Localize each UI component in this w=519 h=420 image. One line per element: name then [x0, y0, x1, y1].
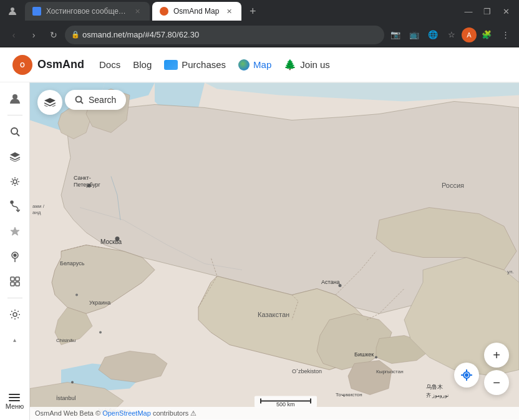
logo[interactable]: O OsmAnd — [12, 55, 84, 75]
svg-text:Астана: Астана — [321, 279, 340, 285]
svg-text:Кыргызстан: Кыргызстан — [376, 369, 404, 374]
cast-icon[interactable]: 📺 — [405, 26, 423, 44]
svg-rect-12 — [11, 282, 14, 286]
svg-text:Бишкек: Бишкек — [354, 351, 374, 358]
nav-links: Docs Blog Purchases Map 🌲 Join us — [99, 59, 330, 71]
attribution-link[interactable]: OpenStreetMap — [102, 409, 151, 417]
tab-active[interactable]: OsmAnd Map ✕ — [152, 2, 241, 21]
tab-close-1[interactable]: ✕ — [132, 6, 142, 16]
attribution-text: OsmAnd Web Beta © — [35, 409, 102, 417]
sidebar-item-settings[interactable] — [4, 303, 26, 326]
svg-point-22 — [71, 381, 74, 384]
menu-button[interactable]: Меню — [3, 391, 27, 413]
close-button[interactable]: ✕ — [498, 3, 514, 19]
browser-chrome: Хостинговое сообщество «Ти» ✕ OsmAnd Map… — [0, 0, 519, 47]
purchases-card-icon — [164, 60, 178, 70]
attribution: OsmAnd Web Beta © OpenStreetMap contribu… — [30, 407, 519, 420]
join-label: Join us — [300, 59, 330, 70]
zoom-out-button[interactable]: − — [484, 370, 509, 395]
address-bar: ‹ › ↻ 🔒 📷 📺 🌐 ☆ A 🧩 ⋮ — [0, 22, 519, 47]
window-controls: — ❐ ✕ — [460, 3, 514, 19]
svg-point-56 — [465, 374, 468, 376]
sidebar-item-layers[interactable] — [4, 145, 26, 168]
tab-favicon — [32, 7, 41, 16]
svg-point-3 — [12, 94, 17, 99]
nav-link-join[interactable]: 🌲 Join us — [284, 59, 330, 71]
sidebar-collapse[interactable]: ▴ — [4, 328, 26, 351]
svg-point-9 — [14, 254, 16, 256]
svg-line-5 — [17, 134, 19, 136]
sidebar-item-weather[interactable] — [4, 170, 26, 193]
svg-text:ул.: ул. — [507, 269, 514, 275]
nav-link-docs[interactable]: Docs — [99, 59, 120, 70]
minimize-button[interactable]: — — [460, 3, 477, 19]
attribution-suffix: contributors — [151, 409, 189, 417]
search-button[interactable]: Search — [65, 90, 126, 110]
svg-text:ами /: ами / — [32, 203, 45, 209]
toolbar-icons: 📷 📺 🌐 ☆ A 🧩 ⋮ — [387, 26, 514, 44]
screen-capture-icon[interactable]: 📷 — [387, 26, 404, 44]
tab-close-2[interactable]: ✕ — [224, 6, 234, 16]
svg-text:Беларусь: Беларусь — [60, 260, 85, 266]
layers-button[interactable] — [37, 90, 62, 115]
sidebar-item-poi[interactable] — [4, 245, 26, 268]
map-container[interactable]: Санкт- Петербург Москва Астана Россия Бе… — [30, 82, 519, 420]
reload-button[interactable]: ↻ — [45, 26, 62, 44]
svg-text:Казакстан: Казакстан — [258, 311, 289, 318]
profile-button[interactable] — [5, 4, 20, 19]
svg-text:齐 نوروموز: 齐 نوروموز — [426, 393, 449, 398]
address-field-wrap: 🔒 — [65, 26, 384, 44]
translate-icon[interactable]: 🌐 — [424, 26, 442, 44]
svg-text:乌鲁木: 乌鲁木 — [426, 384, 443, 390]
sidebar-item-route[interactable] — [4, 195, 26, 218]
sidebar-item-profile[interactable] — [4, 87, 26, 110]
sidebar-bottom: Меню — [3, 391, 27, 415]
chrome-menu-icon[interactable]: ⋮ — [497, 26, 514, 44]
back-button[interactable]: ‹ — [5, 26, 22, 44]
svg-rect-13 — [16, 282, 19, 286]
zoom-controls: + − — [484, 343, 509, 395]
profile-avatar-icon[interactable]: A — [462, 27, 477, 42]
svg-point-49 — [76, 97, 82, 102]
sidebar-item-favorites[interactable] — [4, 220, 26, 243]
nav-link-map[interactable]: Map — [238, 59, 271, 71]
svg-line-50 — [81, 102, 84, 104]
map-label: Map — [253, 59, 271, 70]
page-content: O OsmAnd Docs Blog Purchases Map 🌲 Join … — [0, 47, 519, 420]
sidebar-separator-2 — [7, 298, 22, 298]
logo-text: OsmAnd — [37, 58, 84, 71]
zoom-in-button[interactable]: + — [484, 343, 509, 368]
svg-text:Москва: Москва — [100, 238, 122, 245]
svg-point-14 — [13, 313, 17, 316]
search-label: Search — [89, 95, 116, 105]
tab-inactive[interactable]: Хостинговое сообщество «Ти» ✕ — [25, 2, 150, 21]
svg-point-20 — [99, 331, 102, 334]
sidebar-item-search[interactable] — [4, 120, 26, 143]
browser-actions-left — [5, 4, 20, 19]
new-tab-button[interactable]: + — [244, 2, 261, 20]
svg-text:Украина: Украина — [89, 300, 110, 306]
hamburger-icon — [9, 394, 20, 401]
attribution-warning-icon: ⚠ — [190, 409, 196, 417]
svg-text:Петербург: Петербург — [74, 182, 101, 188]
bookmark-icon[interactable]: ☆ — [443, 26, 460, 44]
menu-label: Меню — [6, 403, 24, 410]
tab-bar: Хостинговое сообщество «Ти» ✕ OsmAnd Map… — [0, 0, 519, 22]
extensions-icon[interactable]: 🧩 — [478, 26, 495, 44]
nav-link-blog[interactable]: Blog — [133, 59, 152, 70]
sidebar-item-tracks[interactable] — [4, 270, 26, 293]
sidebar: ▴ Меню — [0, 82, 30, 420]
locate-button[interactable] — [454, 363, 479, 388]
svg-point-7 — [11, 201, 13, 203]
address-input[interactable] — [65, 26, 384, 44]
maximize-button[interactable]: ❐ — [479, 3, 495, 19]
svg-point-21 — [375, 356, 377, 359]
svg-point-4 — [11, 128, 17, 134]
forward-button[interactable]: › — [25, 26, 42, 44]
svg-text:Россия: Россия — [442, 182, 464, 189]
nav-link-purchases[interactable]: Purchases — [164, 59, 226, 70]
purchases-label: Purchases — [182, 59, 226, 70]
svg-text:Тоҷикистон: Тоҷикистон — [336, 392, 362, 398]
svg-point-19 — [75, 294, 78, 296]
svg-text:Oʻzbekiston: Oʻzbekiston — [292, 368, 322, 374]
